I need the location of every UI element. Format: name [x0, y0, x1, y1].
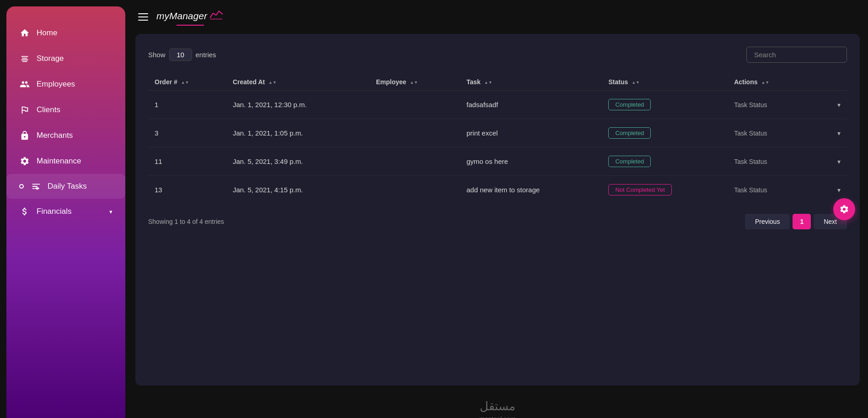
sidebar-item-label: Financials — [37, 207, 72, 216]
sort-icon[interactable]: ▲▼ — [410, 80, 418, 85]
show-label: Show — [148, 51, 166, 59]
chevron-down-icon: ▾ — [837, 158, 841, 165]
cell-actions[interactable]: Task Status ▾ — [728, 147, 847, 176]
task-status-dropdown[interactable]: Task Status ▾ — [734, 158, 841, 165]
table-footer: Showing 1 to 4 of 4 entries Previous 1 N… — [148, 214, 847, 229]
merchants-icon — [19, 130, 30, 141]
chevron-down-icon: ▾ — [109, 208, 113, 215]
task-status-label: Task Status — [734, 101, 767, 109]
task-status-label: Task Status — [734, 130, 767, 137]
logo-underline — [177, 25, 204, 26]
footer-latin-text: mostaql.com — [135, 415, 860, 418]
col-header-task: Task ▲▼ — [460, 74, 602, 91]
sort-icon[interactable]: ▲▼ — [181, 80, 189, 85]
cell-task: gymo os here — [460, 147, 602, 176]
chevron-down-icon: ▾ — [837, 130, 841, 137]
cell-created-at: Jan. 5, 2021, 3:49 p.m. — [226, 147, 370, 176]
task-status-dropdown[interactable]: Task Status ▾ — [734, 101, 841, 109]
cell-employee — [370, 119, 460, 147]
hamburger-menu[interactable] — [138, 13, 148, 21]
search-input[interactable] — [746, 47, 847, 63]
cell-order: 11 — [148, 147, 226, 176]
sidebar-item-clients[interactable]: Clients — [6, 97, 125, 123]
tasks-table: Order # ▲▼ Created At ▲▼ Employee ▲▼ Tas… — [148, 74, 847, 204]
cell-order: 13 — [148, 176, 226, 204]
sort-icon[interactable]: ▲▼ — [632, 80, 640, 85]
sidebar-item-financials[interactable]: Financials ▾ — [6, 199, 125, 224]
table-controls: Show entries — [148, 47, 847, 63]
cell-task: add new item to storage — [460, 176, 602, 204]
maintenance-icon — [19, 156, 30, 167]
cell-actions[interactable]: Task Status ▾ — [728, 119, 847, 147]
footer-watermark: مستقل mostaql.com — [135, 399, 860, 418]
home-icon — [19, 27, 30, 38]
task-status-label: Task Status — [734, 186, 767, 194]
employees-icon — [19, 79, 30, 90]
task-status-dropdown[interactable]: Task Status ▾ — [734, 186, 841, 194]
cell-employee — [370, 91, 460, 119]
table-header-row: Order # ▲▼ Created At ▲▼ Employee ▲▼ Tas… — [148, 74, 847, 91]
daily-tasks-dot-icon — [19, 184, 24, 189]
main-content: myManager Show entries — [125, 0, 868, 418]
sort-icon[interactable]: ▲▼ — [268, 80, 277, 85]
cell-employee — [370, 176, 460, 204]
page-1-button[interactable]: 1 — [793, 214, 811, 229]
storage-icon — [19, 53, 30, 64]
sidebar-item-label: Daily Tasks — [48, 182, 87, 191]
sidebar-item-storage[interactable]: Storage — [6, 46, 125, 71]
table-row: 11 Jan. 5, 2021, 3:49 p.m. gymo os here … — [148, 147, 847, 176]
settings-fab[interactable] — [833, 198, 855, 220]
table-row: 3 Jan. 1, 2021, 1:05 p.m. print excel Co… — [148, 119, 847, 147]
status-badge: Completed — [608, 99, 651, 110]
sidebar-item-daily-tasks[interactable]: Daily Tasks — [6, 174, 125, 199]
cell-created-at: Jan. 5, 2021, 4:15 p.m. — [226, 176, 370, 204]
cell-status: Completed — [602, 91, 728, 119]
sort-icon[interactable]: ▲▼ — [484, 80, 493, 85]
show-entries: Show entries — [148, 49, 216, 61]
sidebar-item-label: Maintenance — [37, 157, 81, 166]
logo-chart-icon — [209, 8, 224, 24]
col-header-order: Order # ▲▼ — [148, 74, 226, 91]
pagination: Previous 1 Next — [745, 214, 847, 229]
entries-label: entries — [196, 51, 216, 59]
previous-button[interactable]: Previous — [745, 214, 790, 229]
status-badge: Completed — [608, 156, 651, 167]
clients-icon — [19, 104, 30, 115]
sort-icon[interactable]: ▲▼ — [761, 80, 769, 85]
financials-icon — [19, 206, 30, 217]
logo-text: myManager — [156, 11, 207, 22]
sidebar-item-label: Employees — [37, 80, 75, 89]
sidebar-item-employees[interactable]: Employees — [6, 71, 125, 97]
cell-task: print excel — [460, 119, 602, 147]
entries-count-input[interactable] — [169, 49, 192, 61]
cell-actions[interactable]: Task Status ▾ — [728, 176, 847, 204]
cell-created-at: Jan. 1, 2021, 1:05 p.m. — [226, 119, 370, 147]
cell-order: 3 — [148, 119, 226, 147]
header: myManager — [135, 8, 860, 26]
chevron-down-icon: ▾ — [837, 186, 841, 194]
table-container: Show entries Order # ▲▼ Created At ▲▼ — [135, 34, 860, 385]
footer-arabic-text: مستقل — [135, 399, 860, 413]
cell-created-at: Jan. 1, 2021, 12:30 p.m. — [226, 91, 370, 119]
sidebar-item-label: Storage — [37, 54, 64, 63]
col-header-created-at: Created At ▲▼ — [226, 74, 370, 91]
cell-status: Completed — [602, 147, 728, 176]
sidebar-item-label: Clients — [37, 105, 60, 114]
sidebar-item-maintenance[interactable]: Maintenance — [6, 148, 125, 174]
cell-order: 1 — [148, 91, 226, 119]
logo: myManager — [156, 8, 224, 26]
col-header-status: Status ▲▼ — [602, 74, 728, 91]
showing-entries-text: Showing 1 to 4 of 4 entries — [148, 218, 224, 225]
cell-actions[interactable]: Task Status ▾ — [728, 91, 847, 119]
sidebar-item-label: Merchants — [37, 131, 73, 140]
task-status-dropdown[interactable]: Task Status ▾ — [734, 130, 841, 137]
sidebar-item-merchants[interactable]: Merchants — [6, 123, 125, 148]
daily-tasks-icon — [31, 181, 41, 191]
table-row: 13 Jan. 5, 2021, 4:15 p.m. add new item … — [148, 176, 847, 204]
sidebar-item-home[interactable]: Home — [6, 20, 125, 46]
status-badge: Not Completed Yet — [608, 184, 671, 195]
col-header-employee: Employee ▲▼ — [370, 74, 460, 91]
cell-employee — [370, 147, 460, 176]
cell-status: Completed — [602, 119, 728, 147]
gear-icon — [839, 204, 849, 214]
